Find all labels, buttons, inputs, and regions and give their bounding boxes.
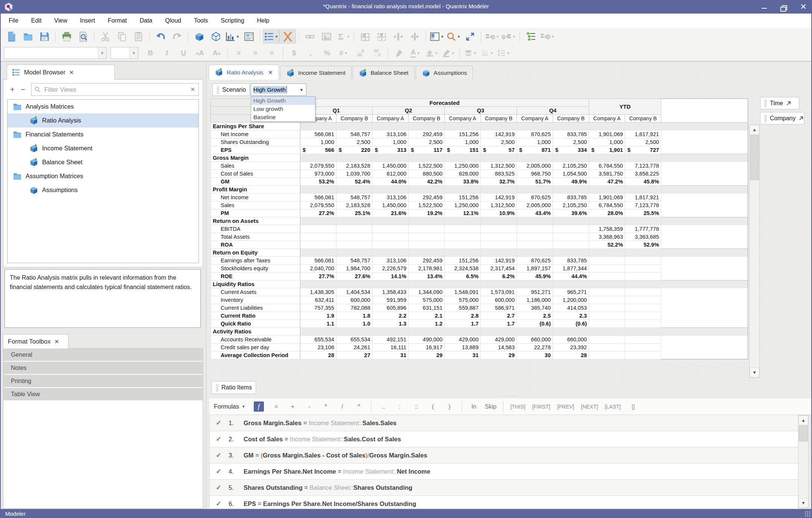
column-group-ytd[interactable]: YTD [589,99,661,115]
row-label-roe[interactable]: ROE [211,273,300,280]
cell[interactable] [589,257,625,265]
cell[interactable] [300,249,336,257]
cell[interactable]: $727 [625,146,661,154]
cell[interactable]: 2.8 [445,312,481,320]
section-header-return-on-equity[interactable]: Return on Equity [211,249,300,257]
cell[interactable] [409,249,445,257]
menu-edit[interactable]: Edit [25,14,48,28]
cell[interactable]: $117 [409,146,445,154]
menu-qloud[interactable]: Qloud [159,14,188,28]
cell[interactable]: 655,534 [336,336,373,344]
cell[interactable]: 1,984,700 [336,265,373,273]
cell[interactable] [625,336,661,344]
cell[interactable]: 2,226,579 [373,265,409,273]
scroll-up-arrow[interactable]: ▲ [798,415,808,425]
section-header-activity-ratios[interactable]: Activity Ratios [211,328,300,336]
column-header-company-a[interactable]: Company A [445,115,481,123]
formula-row-2[interactable]: ✓2.Cost of Sales = Income Statement::Sal… [210,431,798,447]
cell[interactable]: $313 [373,146,409,154]
cell[interactable]: 2,105,250 [553,201,589,209]
cell[interactable]: 660,000 [553,336,589,344]
cell[interactable] [625,123,661,130]
cell[interactable]: 45.9% [517,273,553,280]
row-label-average-collection-period[interactable]: Average Collection Period [211,351,300,359]
cell[interactable]: $151 [445,146,481,154]
cell[interactable] [409,123,445,130]
cell[interactable]: 28.0% [589,209,625,217]
cell[interactable] [625,344,661,351]
table-vertical-scrollbar[interactable]: ▲ ▼ [749,124,760,378]
cell[interactable]: 28 [553,351,589,359]
cell[interactable]: 142,919 [481,130,517,138]
cell[interactable] [589,123,625,130]
cell[interactable]: 313,106 [373,130,409,138]
cell[interactable]: 6.2% [481,273,517,280]
formula-token-this[interactable]: [THIS] [508,401,528,412]
cell[interactable]: 828,000 [445,170,481,178]
cell[interactable] [517,225,553,233]
cell[interactable] [589,280,625,288]
cell[interactable] [445,186,481,194]
row-label-accounts-receivable[interactable]: Accounts Receivable [211,336,300,344]
cell[interactable]: 313,106 [373,194,409,201]
cell[interactable]: 1,000 [300,138,336,146]
model-browser-close-icon[interactable]: ✕ [69,69,74,76]
section-header-return-on-assets[interactable]: Return on Assets [211,217,300,225]
cell[interactable]: 44.0% [373,178,409,186]
company-drag-handle[interactable] [764,115,767,122]
cell[interactable]: 2,079,550 [300,162,336,170]
row-label-shares-outstanding[interactable]: Shares Outstanding [211,138,300,146]
cell[interactable]: 51.7% [517,178,553,186]
format-section-notes[interactable]: Notes [3,362,203,375]
cell[interactable]: $57 [481,146,517,154]
formulas-menu-button[interactable]: Formulas ▼ [214,403,245,410]
cell[interactable]: 31 [373,351,409,359]
cell[interactable] [300,217,336,225]
cell[interactable]: 1,897,157 [517,265,553,273]
column-header-q2[interactable]: Q2 [373,107,445,115]
cell[interactable]: 32.7% [481,178,517,186]
add-view-button[interactable]: + [7,84,18,95]
cell[interactable]: 16,111 [373,344,409,351]
row-label-current-assets[interactable]: Current Assets [211,288,300,296]
tree-item-financial-statements[interactable]: Financial Statements [8,127,198,141]
column-header-company-a[interactable]: Company A [589,115,625,123]
cell[interactable] [553,217,589,225]
column-header-company-b[interactable]: Company B [481,115,517,123]
cell[interactable]: 1.7 [481,320,517,328]
cell[interactable]: 631,151 [409,304,445,312]
cell[interactable]: 655,534 [300,336,336,344]
cell[interactable] [517,123,553,130]
formula-row-3[interactable]: ✓3.GM = (Gross Margin.Sales - Cost of Sa… [210,447,798,463]
cell[interactable] [517,233,553,241]
cell[interactable] [589,304,625,312]
cell[interactable] [589,265,625,273]
cell[interactable]: 782,088 [336,304,373,312]
cell[interactable] [625,265,661,273]
new-chart-button[interactable]: ▼ [224,29,241,44]
cell[interactable] [409,233,445,241]
cell[interactable]: 2,005,000 [517,162,553,170]
cell[interactable]: 1.1 [300,320,336,328]
scroll-down-arrow[interactable]: ▼ [750,368,759,377]
scenario-option-baseline[interactable]: Baseline [251,113,315,121]
cell[interactable]: 2,005,000 [517,201,553,209]
menu-format[interactable]: Format [102,14,133,28]
row-label-net-income[interactable]: Net Income [211,194,300,201]
filter-views-input[interactable] [44,86,187,94]
menu-help[interactable]: Help [251,14,276,28]
cell[interactable] [481,280,517,288]
cell[interactable]: 1.0 [336,320,373,328]
cell[interactable] [373,225,409,233]
cell[interactable]: 47.2% [589,178,625,186]
cell[interactable] [373,280,409,288]
cell[interactable] [373,328,409,336]
cell[interactable]: 6.5% [445,273,481,280]
cell[interactable] [517,217,553,225]
cell[interactable]: 27 [336,351,373,359]
formula-row-4[interactable]: ✓4.Earnings Per Share.Net Income = Incom… [210,463,798,480]
clear-filter-icon[interactable]: ✕ [190,86,195,93]
cell[interactable]: 1,438,305 [300,288,336,296]
cell[interactable]: 29 [481,351,517,359]
cell[interactable] [373,123,409,130]
